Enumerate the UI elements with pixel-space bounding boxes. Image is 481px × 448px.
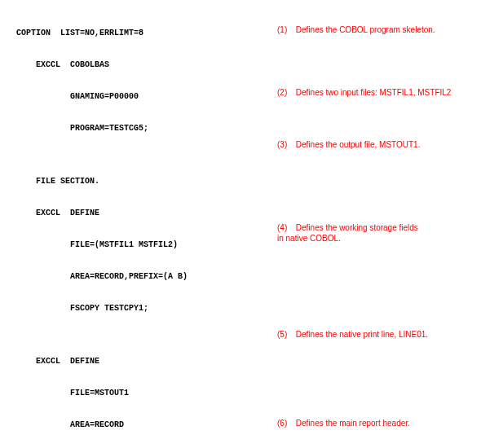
- code-line: EXCCL COBOLBAS: [16, 59, 217, 70]
- code-line: AREA=RECORD: [16, 419, 217, 430]
- annotation-2: (2) Defines two input files: MSTFIL1, MS…: [277, 87, 451, 98]
- annotation-text: Defines the COBOL program skeleton.: [296, 25, 435, 34]
- annotation-3: (3) Defines the output file, MSTOUT1.: [277, 139, 420, 150]
- code-line: AREA=RECORD,PREFIX=(A B): [16, 271, 217, 282]
- code-line: PROGRAM=TESTCG5;: [16, 123, 217, 134]
- annotation-number: (6): [277, 418, 293, 428]
- annotation-text: Defines the main report header.: [296, 419, 410, 428]
- code-listing: COPTION LIST=NO,ERRLIMT=8 EXCCL COBOLBAS…: [16, 7, 217, 448]
- annotation-6: (6) Defines the main report header.: [277, 418, 410, 428]
- annotation-number: (3): [277, 139, 293, 150]
- code-line: FILE SECTION.: [16, 176, 217, 187]
- annotation-number: (4): [277, 222, 293, 233]
- annotation-text: Defines the output file, MSTOUT1.: [296, 140, 421, 149]
- annotation-5: (5) Defines the native print line, LINE0…: [277, 329, 428, 340]
- code-line: EXCCL DEFINE: [16, 356, 217, 367]
- annotation-4: (4) Defines the working storage fieldsin…: [277, 222, 418, 244]
- code-line: COPTION LIST=NO,ERRLIMT=8: [16, 28, 217, 38]
- annotation-1: (1) Defines the COBOL program skeleton.: [277, 24, 435, 35]
- annotation-number: (1): [277, 24, 293, 35]
- annotation-number: (5): [277, 329, 293, 340]
- annotation-number: (2): [277, 87, 293, 98]
- annotation-text: Defines the native print line, LINE01.: [296, 330, 428, 339]
- code-line: FILE=MSTOUT1: [16, 388, 217, 398]
- annotation-text: Defines the working storage fieldsin nat…: [277, 223, 418, 243]
- code-line: EXCCL DEFINE: [16, 208, 217, 218]
- code-line: FSCOPY TESTCPY1;: [16, 303, 217, 314]
- code-line: GNAMING=P00000: [16, 91, 217, 102]
- annotation-text: Defines two input files: MSTFIL1, MSTFIL…: [296, 88, 452, 97]
- code-line: FILE=(MSTFIL1 MSTFIL2): [16, 239, 217, 250]
